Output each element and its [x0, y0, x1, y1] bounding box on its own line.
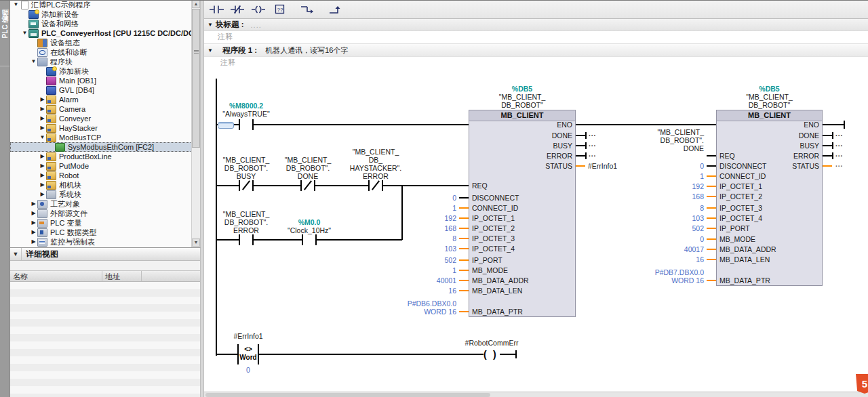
collapse-arrow-icon[interactable]: ▼	[208, 22, 216, 28]
detail-table-row[interactable]	[10, 394, 200, 397]
mb-client-2-value-DISCONNECT[interactable]: 0	[601, 162, 704, 170]
mb-client-1-value-IP_OCTET_1[interactable]: 192	[353, 214, 456, 222]
comparator-operand-label[interactable]: #ErrInfo1	[204, 332, 299, 340]
detail-table-row[interactable]	[10, 312, 200, 319]
detail-table-row[interactable]	[10, 289, 200, 297]
tree-item-6[interactable]: ▼程序块	[10, 57, 200, 66]
hscrollbar-thumb[interactable]	[205, 393, 490, 397]
contact-branch1-2-bar[interactable]	[368, 180, 370, 191]
contact-alwaystrue-bar[interactable]	[252, 119, 254, 130]
mb-client-2-value-IP_OCTET_3[interactable]: 8	[601, 204, 704, 212]
insert-coil-button[interactable]	[249, 1, 268, 17]
detail-table-row[interactable]	[10, 297, 200, 304]
tree-item-12[interactable]: ▶Conveyer	[10, 114, 200, 123]
tree-item-1[interactable]: 添加新设备	[10, 9, 200, 19]
contact-branch2-0-bar[interactable]	[239, 234, 240, 245]
insert-nc-contact-button[interactable]	[228, 1, 247, 17]
collapse-arrow-icon[interactable]: ▶	[39, 180, 46, 190]
collapse-arrow-icon[interactable]: ▶	[30, 209, 37, 218]
mb-client-1-value-CONNECT_ID[interactable]: 1	[353, 204, 456, 212]
mb-client-2-value-IP_OCTET_4[interactable]: 103	[601, 214, 704, 222]
mb-client-1-value-DISCONNECT[interactable]: 0	[353, 194, 456, 202]
tree-item-19[interactable]: ▶相机块	[10, 180, 200, 190]
comparator-bar[interactable]	[258, 344, 259, 364]
detail-table-row[interactable]	[10, 371, 200, 379]
mb-client-2-value-CONNECT_ID[interactable]: 1	[601, 172, 704, 180]
collapse-arrow-icon[interactable]: ▶	[39, 190, 46, 199]
collapse-arrow-icon[interactable]: ▶	[39, 161, 46, 171]
network-title[interactable]: 机器人通讯，读写16个字	[265, 45, 348, 56]
expand-arrow-icon[interactable]: ▼	[39, 133, 46, 142]
tree-item-2[interactable]: 设备和网络	[10, 19, 200, 28]
tree-item-3[interactable]: ▼PLC_ConveyerHost [CPU 1215C DC/DC/DC]	[10, 28, 200, 38]
tree-item-7[interactable]: 添加新块	[10, 66, 200, 76]
mb-client-1-value-MB_DATA_LEN[interactable]: 16	[353, 287, 456, 295]
expand-arrow-icon[interactable]: ▼	[12, 0, 20, 9]
insert-empty-box-button[interactable]: ??	[270, 1, 289, 17]
mb-client-2-value-IP_OCTET_2[interactable]: 168	[601, 192, 704, 201]
tree-item-10[interactable]: ▶Alarm	[10, 95, 200, 104]
chevron-down-icon[interactable]: ▼	[10, 248, 22, 260]
detail-table-row[interactable]	[10, 364, 200, 371]
mb-client-1-value-MB_DATA_ADDR[interactable]: 40001	[353, 276, 456, 285]
mb-client-2-value-IP_OCTET_1[interactable]: 192	[601, 182, 704, 190]
open-branch-button[interactable]	[298, 1, 317, 17]
detail-table-row[interactable]	[10, 341, 200, 349]
detail-table-row[interactable]	[10, 349, 200, 356]
collapse-arrow-icon[interactable]: ▶	[39, 152, 46, 161]
tree-item-25[interactable]: ▶监控与强制表	[10, 237, 200, 247]
tree-item-8[interactable]: Main [OB1]	[10, 76, 200, 85]
block-title-row[interactable]: ▼ 块标题 : ....	[204, 19, 868, 31]
scroll-down-icon[interactable]: ▼	[192, 238, 200, 247]
detail-table-row[interactable]	[10, 304, 200, 312]
coil-right-paren[interactable]: )	[493, 350, 496, 359]
mb-client-1-value-IP_OCTET_4[interactable]: 103	[353, 245, 456, 253]
tree-item-16[interactable]: ▶ProductBoxLine	[10, 152, 200, 161]
collapse-arrow-icon[interactable]: ▶	[30, 199, 37, 209]
detail-table-row[interactable]	[10, 334, 200, 341]
mb-client-2-value-MB_DATA_PTR[interactable]: P#DB7.DBX0.0	[601, 268, 704, 276]
coil-left-paren[interactable]: (	[484, 350, 487, 359]
tree-item-21[interactable]: ▶工艺对象	[10, 199, 200, 209]
tree-item-17[interactable]: ▶PutMode	[10, 161, 200, 171]
contact-branch1-1-bar[interactable]	[314, 180, 315, 191]
collapse-arrow-icon[interactable]: ▶	[39, 95, 46, 104]
editor-horizontal-scrollbar[interactable]	[204, 392, 868, 397]
tree-item-23[interactable]: ▶PLC 变量	[10, 218, 200, 228]
mb-client-1-value-MB_DATA_PTR[interactable]: P#DB6.DBX0.0	[353, 299, 456, 308]
contact-branch1-0-bar[interactable]	[252, 180, 254, 191]
scrollbar-thumb[interactable]	[192, 9, 200, 148]
tree-item-5[interactable]: 在线和诊断	[10, 47, 200, 57]
tree-item-4[interactable]: 设备组态	[10, 38, 200, 47]
insert-no-contact-button[interactable]	[207, 1, 226, 17]
column-header-name[interactable]: 名称	[10, 271, 102, 281]
detail-table-row[interactable]	[10, 282, 200, 289]
detail-view-header[interactable]: ▼ 详细视图	[10, 248, 200, 261]
plc-programming-side-tab[interactable]: PLC 编程	[0, 0, 10, 397]
detail-table-row[interactable]	[10, 356, 200, 364]
network-comment-field[interactable]: 注释	[204, 57, 868, 68]
mb-client-2-value-IP_PORT[interactable]: 502	[601, 224, 704, 232]
tree-item-24[interactable]: ▶PLC 数据类型	[10, 228, 200, 237]
mb-client-1-value-IP_PORT[interactable]: 502	[353, 256, 456, 264]
tree-item-18[interactable]: ▶Robot	[10, 171, 200, 180]
block-comment-field[interactable]: 注释	[204, 31, 868, 43]
collapse-arrow-icon[interactable]: ▶	[39, 171, 46, 180]
comparator-dtype[interactable]: Word	[239, 354, 257, 361]
contact-branch1-1-bar[interactable]	[300, 180, 302, 191]
tree-item-13[interactable]: ▶HayStacker	[10, 123, 200, 133]
contact-branch2-1-bar[interactable]	[302, 234, 303, 245]
collapse-arrow-icon[interactable]: ▶	[39, 123, 46, 133]
collapse-arrow-icon[interactable]: ▶	[30, 218, 37, 228]
selected-wire-handle[interactable]	[218, 122, 234, 129]
project-tree-scrollbar[interactable]: ▲ ▼	[191, 0, 200, 247]
detail-table-row[interactable]	[10, 379, 200, 386]
collapse-arrow-icon[interactable]: ▶	[39, 104, 46, 114]
collapse-arrow-icon[interactable]: ▶	[39, 114, 46, 123]
mb-client-2-value-MB_DATA_LEN[interactable]: 16	[601, 255, 704, 264]
detail-table-row[interactable]	[10, 386, 200, 394]
mb-client-1-value-IP_OCTET_3[interactable]: 8	[353, 234, 456, 243]
collapse-arrow-icon[interactable]: ▶	[30, 237, 37, 247]
mb-client-1-value-MB_MODE[interactable]: 1	[353, 266, 456, 274]
expand-arrow-icon[interactable]: ▼	[21, 28, 28, 38]
